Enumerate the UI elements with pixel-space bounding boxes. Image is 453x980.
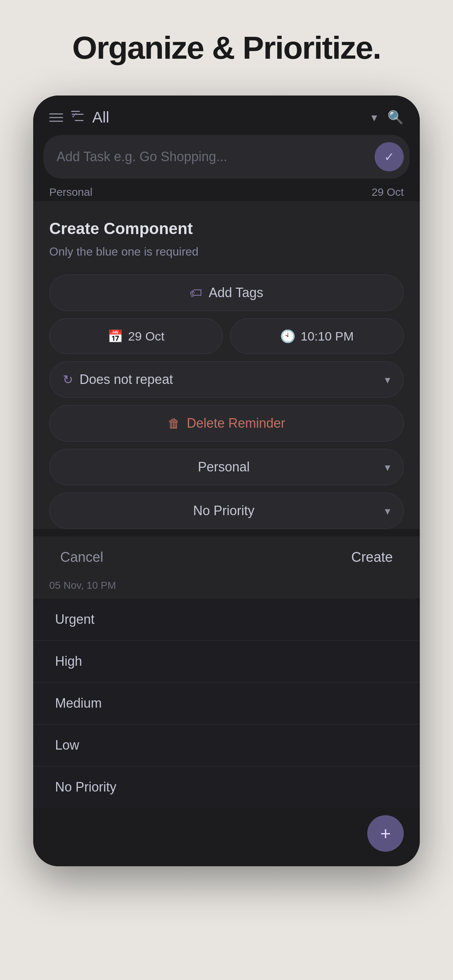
priority-select[interactable]: No Priority ▾ <box>49 493 404 529</box>
priority-low-item[interactable]: Low <box>33 724 420 766</box>
add-task-placeholder: Add Task e.g. Go Shopping... <box>57 149 227 164</box>
trash-icon: 🗑 <box>168 416 180 431</box>
phone-frame: ✓ All ▾ 🔍 Add Task e.g. Go Shopping... ✓… <box>33 95 420 866</box>
create-button[interactable]: Create <box>340 542 404 573</box>
filter-icon[interactable]: ✓ <box>72 114 83 121</box>
add-task-bar[interactable]: Add Task e.g. Go Shopping... ✓ <box>43 135 410 179</box>
fab-container: + <box>33 808 420 866</box>
action-row: Cancel Create <box>33 536 420 573</box>
personal-date: 29 Oct <box>372 186 404 198</box>
clock-icon: 🕙 <box>280 329 295 344</box>
cancel-button[interactable]: Cancel <box>49 542 114 573</box>
priority-label: No Priority <box>63 503 385 519</box>
time-button[interactable]: 🕙 10:10 PM <box>230 318 404 354</box>
time-label: 10:10 PM <box>301 329 354 344</box>
personal-label: Personal <box>49 186 92 198</box>
task-date-text: 05 Nov, 10 PM <box>49 580 116 591</box>
repeat-label: Does not repeat <box>80 372 173 387</box>
nav-right: ▾ 🔍 <box>371 110 404 125</box>
category-select[interactable]: Personal ▾ <box>49 449 404 485</box>
fab-button[interactable]: + <box>367 815 404 852</box>
repeat-chevron-icon: ▾ <box>385 373 390 386</box>
check-circle-button[interactable]: ✓ <box>375 142 404 171</box>
plus-icon: + <box>380 823 391 844</box>
delete-reminder-button[interactable]: 🗑 Delete Reminder <box>49 405 404 442</box>
check-icon: ✓ <box>384 150 394 164</box>
date-label: 29 Oct <box>128 329 164 344</box>
hamburger-icon[interactable] <box>49 113 63 122</box>
delete-label: Delete Reminder <box>187 415 285 431</box>
category-label: Personal <box>63 460 385 475</box>
modal-area: Create Component Only the blue one is re… <box>33 201 420 529</box>
nav-left: ✓ All <box>49 109 109 126</box>
category-chevron-icon: ▾ <box>385 461 390 474</box>
priority-none-item[interactable]: No Priority <box>33 766 420 808</box>
date-time-row: 📅 29 Oct 🕙 10:10 PM <box>49 318 404 354</box>
priority-urgent-item[interactable]: Urgent <box>33 599 420 641</box>
add-tags-button[interactable]: 🏷 Add Tags <box>49 275 404 311</box>
search-icon[interactable]: 🔍 <box>388 110 404 125</box>
modal-subtitle: Only the blue one is required <box>49 245 404 258</box>
priority-medium-item[interactable]: Medium <box>33 682 420 724</box>
calendar-icon: 📅 <box>108 329 123 344</box>
personal-peek: Personal 29 Oct <box>33 179 420 201</box>
priority-dropdown: Urgent High Medium Low No Priority <box>33 599 420 808</box>
modal-title: Create Component <box>49 220 404 238</box>
background-task-item: 05 Nov, 10 PM <box>33 573 420 599</box>
repeat-icon: ↻ <box>63 372 73 387</box>
repeat-button[interactable]: ↻ Does not repeat ▾ <box>49 361 404 398</box>
add-tags-label: Add Tags <box>209 285 263 301</box>
date-button[interactable]: 📅 29 Oct <box>49 318 223 354</box>
priority-high-item[interactable]: High <box>33 641 420 682</box>
chevron-down-icon[interactable]: ▾ <box>371 110 377 124</box>
nav-bar: ✓ All ▾ 🔍 <box>33 95 420 135</box>
page-title: Organize & Prioritize. <box>72 29 381 66</box>
repeat-inner: ↻ Does not repeat <box>63 372 173 387</box>
nav-title[interactable]: All <box>92 109 109 126</box>
tag-icon: 🏷 <box>190 286 202 300</box>
priority-chevron-icon: ▾ <box>385 504 390 517</box>
